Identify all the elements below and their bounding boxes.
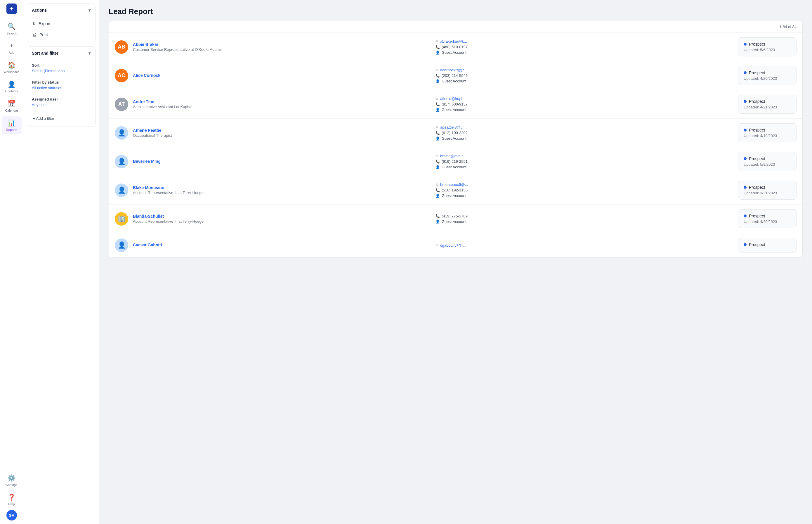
- lead-info: Alice Cornock: [133, 73, 431, 78]
- phone-icon: 📞: [436, 73, 440, 78]
- account-value: Guest Account: [442, 79, 467, 83]
- contact-phone-line: 📞 (419) 775-3709: [436, 214, 733, 218]
- email-icon: ✉: [436, 68, 438, 72]
- status-line: Prospect: [744, 99, 791, 104]
- phone-icon: 📞: [436, 131, 440, 135]
- email-value[interactable]: atineld@kuph...: [440, 96, 467, 101]
- lead-name[interactable]: Abbie Braker: [133, 42, 431, 47]
- email-icon: ✉: [436, 183, 438, 187]
- email-value[interactable]: abrakerkm@k...: [440, 39, 467, 44]
- account-icon: 👤: [436, 194, 440, 198]
- sort-filter-section: Sort and filter ▾ Sort Status (First to …: [27, 47, 96, 127]
- sidebar-item-add[interactable]: + Add: [2, 39, 22, 57]
- lead-contact: 📞 (419) 775-3709 👤 Guest Account: [436, 214, 733, 224]
- lead-name[interactable]: Beverlee Ming: [133, 159, 431, 164]
- lead-info: Athene Peattie Occupational Therapist: [133, 128, 431, 138]
- contact-account-line: 👤 Guest Account: [436, 165, 733, 169]
- sidebar-item-label: Settings: [6, 483, 18, 487]
- export-button[interactable]: ⬇ Export: [27, 18, 95, 29]
- contact-email-line: ✉ atineld@kuph...: [436, 96, 733, 101]
- sidebar-item-reports[interactable]: 📊 Reports: [2, 116, 22, 134]
- lead-name[interactable]: Athene Peattie: [133, 128, 431, 133]
- lead-info: Blanda-Schulist Account Representative I…: [133, 214, 431, 224]
- lead-name[interactable]: Blanda-Schulist: [133, 214, 431, 218]
- status-label: Prospect: [749, 70, 765, 75]
- status-dot: [744, 186, 747, 189]
- contact-phone-line: 📞 (516) 192-1135: [436, 188, 733, 192]
- add-filter-button[interactable]: + Add a filter: [32, 114, 90, 123]
- lead-name[interactable]: Andre Tine: [133, 99, 431, 104]
- lead-contact: ✉ acornockfg@c... 📞 (203) 214-5945 👤 Gue…: [436, 68, 733, 83]
- lead-status-card: Prospect: [738, 238, 796, 252]
- phone-icon: 📞: [436, 160, 440, 164]
- contact-phone-line: 📞 (619) 219-2551: [436, 159, 733, 164]
- account-value: Guest Account: [442, 50, 467, 55]
- email-value[interactable]: cgabottifv@hi...: [440, 243, 467, 247]
- phone-value: (619) 219-2551: [442, 159, 468, 164]
- add-filter-section: + Add a filter: [27, 111, 95, 127]
- lead-contact: ✉ bming@mlb.c... 📞 (619) 219-2551 👤 Gues…: [436, 154, 733, 169]
- lead-avatar: AT: [115, 98, 128, 111]
- lead-title: Account Representative III at Terry-Hoeg…: [133, 191, 431, 195]
- sidebar-item-calendar[interactable]: 📅 Calendar: [2, 97, 22, 115]
- account-icon: 👤: [436, 219, 440, 224]
- sort-filter-header[interactable]: Sort and filter ▾: [27, 47, 95, 60]
- assigned-user-label: Assigned user: [32, 97, 90, 101]
- lead-avatar: AC: [115, 69, 128, 82]
- filter-status-value[interactable]: All active statuses: [32, 86, 90, 90]
- lead-contact: ✉ cgabottifv@hi...: [436, 243, 733, 247]
- calendar-icon: 📅: [7, 100, 16, 108]
- lead-status-card: Prospect Updated: 3/31/2023: [738, 181, 796, 200]
- sort-filter-title: Sort and filter: [32, 51, 58, 55]
- assigned-user-section: Assigned user Any user: [27, 94, 95, 111]
- sidebar-item-contacts[interactable]: 👤 Contacts: [2, 78, 22, 96]
- phone-value: (612) 100-3202: [442, 131, 468, 135]
- lead-status-card: Prospect Updated: 4/20/2023: [738, 209, 796, 228]
- sidebar-item-workspace[interactable]: 🏠 Workspace: [2, 59, 22, 77]
- user-avatar[interactable]: GA: [6, 510, 17, 521]
- email-value[interactable]: acornockfg@c...: [440, 68, 468, 72]
- account-value: Guest Account: [442, 219, 467, 224]
- actions-section-header[interactable]: Actions ▾: [27, 4, 95, 17]
- lead-name[interactable]: Alice Cornock: [133, 73, 431, 78]
- lead-contact: ✉ abrakerkm@k... 📞 (480) 610-0197 👤 Gues…: [436, 39, 733, 55]
- status-label: Prospect: [749, 214, 765, 218]
- phone-value: (203) 214-5945: [442, 73, 468, 78]
- sort-value[interactable]: Status (First to last): [32, 69, 90, 73]
- lead-title: Account Representative III at Terry-Hoeg…: [133, 219, 431, 224]
- print-label: Print: [39, 32, 48, 37]
- lead-info: Blake Monteaux Account Representative II…: [133, 185, 431, 195]
- status-line: Prospect: [744, 42, 791, 47]
- sidebar-item-search[interactable]: 🔍 Search: [2, 20, 22, 38]
- status-label: Prospect: [749, 42, 765, 47]
- sidebar-item-label: Contacts: [5, 89, 18, 93]
- account-icon: 👤: [436, 108, 440, 112]
- lead-name[interactable]: Caesar Gabotti: [133, 243, 431, 247]
- contact-account-line: 👤 Guest Account: [436, 108, 733, 112]
- account-icon: 👤: [436, 165, 440, 169]
- lead-contact: ✉ bmonteaux5@... 📞 (516) 192-1135 👤 Gues…: [436, 182, 733, 198]
- contact-email-line: ✉ cgabottifv@hi...: [436, 243, 733, 247]
- lead-avatar: 🏢: [115, 212, 128, 226]
- lead-title: Customer Service Representative at O'Kee…: [133, 47, 431, 52]
- status-line: Prospect: [744, 70, 791, 75]
- print-button[interactable]: 🖨 Print: [27, 29, 95, 40]
- lead-name[interactable]: Blake Monteaux: [133, 185, 431, 190]
- assigned-user-value[interactable]: Any user: [32, 102, 90, 107]
- email-value[interactable]: bmonteaux5@...: [440, 182, 468, 187]
- sort-filter-body: Sort Status (First to last): [27, 60, 95, 77]
- app-logo[interactable]: ✦: [6, 3, 17, 14]
- plus-icon: +: [10, 42, 14, 50]
- contact-email-line: ✉ abrakerkm@k...: [436, 39, 733, 44]
- logo-icon: ✦: [6, 3, 17, 14]
- pagination-info: 1-84 of 84: [109, 21, 802, 33]
- status-dot: [744, 157, 747, 160]
- leads-list: AB Abbie Braker Customer Service Represe…: [109, 33, 802, 257]
- status-dot: [744, 243, 747, 246]
- sidebar-item-help[interactable]: ❓ Help: [2, 491, 22, 509]
- lead-row: 👤 Caesar Gabotti ✉ cgabottifv@hi... Pros…: [109, 233, 802, 257]
- lead-contact: ✉ apeattiei8@ui... 📞 (612) 100-3202 👤 Gu…: [436, 125, 733, 141]
- email-value[interactable]: bming@mlb.c...: [440, 154, 467, 158]
- sidebar-item-settings[interactable]: ⚙️ Settings: [2, 471, 22, 490]
- email-value[interactable]: apeattiei8@ui...: [440, 125, 467, 129]
